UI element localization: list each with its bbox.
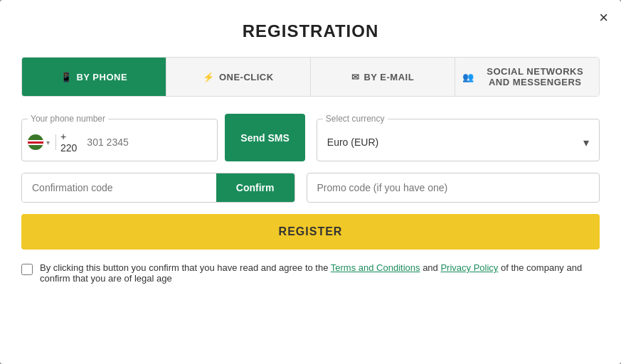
email-tab-label: BY E-MAIL [363, 72, 414, 82]
confirm-button[interactable]: Confirm [216, 173, 294, 202]
modal-title: REGISTRATION [21, 21, 600, 41]
currency-fieldset: Select currency Euro (EUR) USD GBP RUB ▾ [317, 114, 600, 161]
terms-text: By clicking this button you confirm that… [40, 262, 600, 284]
terms-link[interactable]: Terms and Conditions [331, 262, 420, 273]
tab-by-email[interactable]: ✉ BY E-MAIL [311, 58, 455, 96]
country-code: + 220 [56, 124, 81, 161]
registration-tabs: 📱 BY PHONE ⚡ ONE-CLICK ✉ BY E-MAIL 👥 SOC… [21, 57, 600, 97]
phone-tab-label: BY PHONE [76, 72, 127, 82]
phone-currency-row: Your phone number ▾ + 220 Send SMS Selec… [21, 114, 600, 161]
terms-checkbox[interactable] [21, 264, 33, 275]
social-tab-label: SOCIAL NETWORKS AND MESSENGERS [479, 66, 593, 87]
flag-chevron-icon: ▾ [46, 139, 50, 146]
confirmation-group: Confirm [21, 173, 295, 203]
country-flag-select[interactable]: ▾ [22, 134, 56, 150]
email-tab-icon: ✉ [351, 72, 360, 82]
flag-icon [28, 134, 43, 150]
promo-code-input[interactable] [307, 173, 600, 203]
close-button[interactable]: × [599, 10, 608, 26]
terms-text-before: By clicking this button you confirm that… [40, 262, 331, 273]
tab-one-click[interactable]: ⚡ ONE-CLICK [166, 58, 311, 96]
currency-chevron-icon: ▾ [583, 136, 599, 149]
currency-label: Select currency [323, 114, 388, 124]
phone-tab-icon: 📱 [60, 72, 73, 82]
registration-modal: × REGISTRATION 📱 BY PHONE ⚡ ONE-CLICK ✉ … [0, 0, 621, 364]
social-tab-icon: 👥 [462, 72, 474, 82]
confirmation-promo-row: Confirm [21, 173, 600, 203]
terms-and: and [420, 262, 441, 273]
confirmation-code-input[interactable] [22, 173, 216, 202]
currency-select[interactable]: Euro (EUR) USD GBP RUB [317, 128, 583, 156]
terms-row: By clicking this button you confirm that… [21, 262, 600, 284]
send-sms-button[interactable]: Send SMS [225, 114, 304, 161]
phone-number-input[interactable] [81, 129, 217, 155]
phone-fieldset: Your phone number ▾ + 220 [21, 114, 218, 161]
tab-by-phone[interactable]: 📱 BY PHONE [22, 58, 166, 96]
one-click-tab-icon: ⚡ [203, 72, 215, 82]
one-click-tab-label: ONE-CLICK [219, 72, 274, 82]
privacy-link[interactable]: Privacy Policy [440, 262, 498, 273]
register-button[interactable]: REGISTER [21, 214, 600, 250]
phone-label: Your phone number [28, 114, 108, 124]
tab-social[interactable]: 👥 SOCIAL NETWORKS AND MESSENGERS [455, 58, 599, 96]
